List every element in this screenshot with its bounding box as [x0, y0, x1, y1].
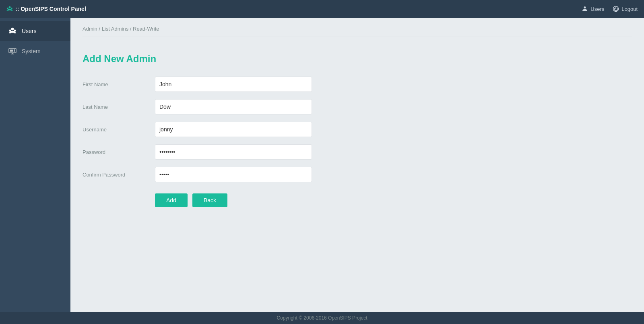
sidebar-item-system-label: System	[22, 48, 41, 54]
topnav: :: OpenSIPS Control Panel Users Logout	[0, 0, 644, 18]
sidebar-item-users[interactable]: Users	[0, 21, 70, 41]
sidebar: Users System	[0, 18, 70, 312]
svg-point-1	[7, 8, 8, 9]
sidebar-item-users-label: Users	[22, 28, 37, 34]
password-input[interactable]	[155, 144, 312, 160]
users-nav-label: Users	[590, 6, 604, 12]
username-label: Username	[83, 127, 155, 133]
sidebar-item-system[interactable]: System	[0, 41, 70, 61]
footer: Copyright © 2006-2016 OpenSIPS Project	[0, 312, 644, 324]
add-admin-form: Add New Admin First Name Last Name Usern…	[83, 53, 396, 207]
svg-point-0	[9, 6, 11, 8]
footer-text: Copyright © 2006-2016 OpenSIPS Project	[277, 315, 367, 321]
logout-nav-label: Logout	[621, 6, 638, 12]
confirm-password-row: Confirm Password	[83, 167, 396, 182]
last-name-input[interactable]	[155, 99, 312, 114]
users-sidebar-icon	[8, 27, 17, 35]
password-row: Password	[83, 144, 396, 160]
main-content: Admin / List Admins / Read-Write Add New…	[70, 18, 644, 324]
users-nav-icon	[581, 5, 588, 12]
confirm-password-label: Confirm Password	[83, 172, 155, 178]
username-input[interactable]	[155, 122, 312, 137]
first-name-label: First Name	[83, 81, 155, 87]
last-name-row: Last Name	[83, 99, 396, 114]
password-label: Password	[83, 149, 155, 155]
brand: :: OpenSIPS Control Panel	[6, 6, 86, 12]
last-name-label: Last Name	[83, 104, 155, 110]
back-button[interactable]: Back	[192, 193, 227, 207]
form-buttons: Add Back	[155, 193, 396, 207]
logout-nav-link[interactable]: Logout	[612, 5, 638, 12]
svg-point-2	[11, 8, 12, 9]
users-nav-link[interactable]: Users	[581, 5, 604, 12]
breadcrumb-text: Admin / List Admins / Read-Write	[83, 26, 159, 32]
svg-point-3	[584, 6, 586, 8]
first-name-input[interactable]	[155, 77, 312, 92]
brand-label: :: OpenSIPS Control Panel	[15, 6, 86, 12]
username-row: Username	[83, 122, 396, 137]
first-name-row: First Name	[83, 77, 396, 92]
svg-point-6	[11, 28, 14, 30]
add-button[interactable]: Add	[155, 193, 188, 207]
form-title: Add New Admin	[83, 53, 396, 64]
topnav-right: Users Logout	[581, 5, 638, 12]
svg-rect-12	[10, 50, 13, 52]
brand-icon	[6, 6, 13, 12]
system-sidebar-icon	[8, 47, 17, 56]
breadcrumb: Admin / List Admins / Read-Write	[83, 26, 632, 37]
confirm-password-input[interactable]	[155, 167, 312, 182]
logout-icon	[612, 5, 619, 12]
